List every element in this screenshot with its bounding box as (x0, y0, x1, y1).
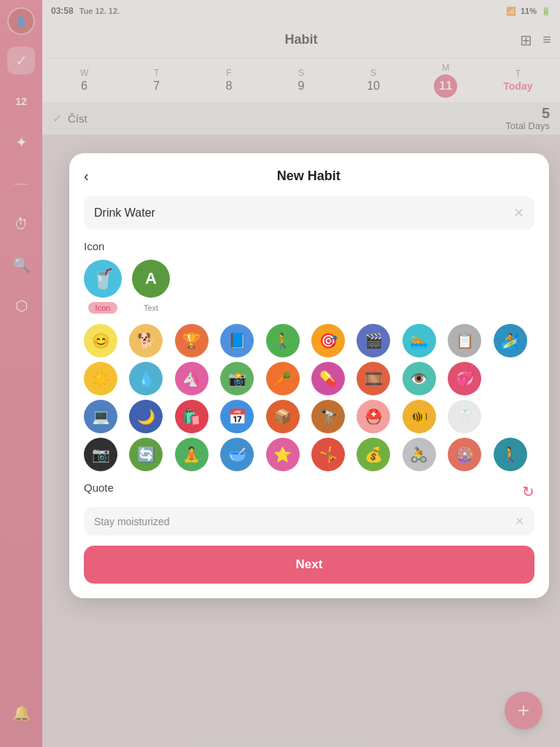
icon-item[interactable]: 🥣 (220, 438, 254, 471)
icon-type-icon[interactable]: 🥤 Icon (84, 260, 122, 314)
icon-item[interactable]: 🦄 (175, 362, 209, 395)
icon-item[interactable]: 🐕 (129, 324, 163, 357)
clear-quote-icon[interactable]: ✕ (515, 514, 524, 528)
icon-item[interactable]: 🎯 (311, 324, 345, 357)
back-button[interactable]: ‹ (84, 168, 89, 185)
icon-item[interactable]: 🥕 (266, 362, 300, 395)
water-icon-preview: 🥤 (84, 260, 122, 298)
icon-item[interactable]: 🧘 (175, 438, 209, 471)
icon-item[interactable]: 🔄 (129, 438, 163, 471)
icon-type-row: 🥤 Icon A Text (84, 260, 534, 314)
icon-item[interactable]: 🐠 (402, 400, 436, 433)
icon-type-text[interactable]: A Text (132, 260, 170, 314)
next-button[interactable]: Next (84, 546, 534, 584)
icon-item[interactable]: 📅 (220, 400, 254, 433)
icon-item[interactable]: 💻 (84, 400, 117, 433)
icon-item[interactable]: 🚶 (266, 324, 300, 357)
icon-item[interactable]: 💧 (129, 362, 163, 395)
icon-item[interactable]: 🎞️ (357, 362, 390, 395)
icon-grid: 😊 🐕 🏆 📘 🚶 🎯 🎬 🏊 📋 🏄 ☀️ 💧 🦄 📸 🥕 💊 🎞️ 👁️ 💞… (84, 324, 534, 471)
modal-title: New Habit (98, 169, 534, 184)
icon-item[interactable]: 🛍️ (175, 400, 209, 433)
quote-input-wrapper: ✕ (84, 507, 534, 535)
text-icon-preview: A (132, 260, 170, 298)
refresh-quote-icon[interactable]: ↻ (522, 483, 534, 500)
icon-item[interactable]: 🏊 (402, 324, 436, 357)
habit-name-input-wrapper: ✕ (84, 196, 534, 230)
habit-name-input[interactable] (94, 206, 513, 220)
icon-item[interactable]: 😊 (84, 324, 117, 357)
icon-item[interactable]: 💊 (311, 362, 345, 395)
icon-item[interactable]: 📦 (266, 400, 300, 433)
icon-item[interactable]: 🤸 (311, 438, 345, 471)
quote-header: Quote ↻ (84, 481, 534, 501)
icon-item[interactable]: 🎡 (448, 438, 481, 471)
icon-item[interactable]: ⭐ (266, 438, 300, 471)
icon-item[interactable]: 🏆 (175, 324, 209, 357)
icon-section-label: Icon (84, 240, 534, 252)
icon-item[interactable]: 📋 (448, 324, 481, 357)
new-habit-modal: ‹ New Habit ✕ Icon 🥤 Icon A Text 😊 🐕 🏆 📘… (69, 153, 549, 598)
icon-item[interactable]: 🦷 (448, 400, 481, 433)
icon-item[interactable]: 🚴 (402, 438, 436, 471)
icon-item[interactable]: 📘 (220, 324, 254, 357)
text-badge: Text (136, 302, 166, 314)
clear-input-icon[interactable]: ✕ (513, 205, 524, 221)
icon-item[interactable]: 💞 (448, 362, 481, 395)
icon-item[interactable]: 🌙 (129, 400, 163, 433)
quote-section: Quote ↻ ✕ (84, 481, 534, 535)
icon-item[interactable]: 👁️ (402, 362, 436, 395)
icon-item[interactable]: 📷 (84, 438, 117, 471)
icon-badge: Icon (88, 302, 118, 314)
icon-item[interactable]: 🔭 (311, 400, 345, 433)
quote-input[interactable] (94, 516, 515, 527)
icon-item[interactable]: 🎬 (357, 324, 390, 357)
icon-item[interactable] (494, 362, 527, 395)
quote-label: Quote (84, 481, 114, 494)
icon-item[interactable]: 🏄 (494, 324, 527, 357)
icon-item[interactable]: ⛑️ (357, 400, 390, 433)
icon-item[interactable]: 📸 (220, 362, 254, 395)
icon-item[interactable]: 💰 (357, 438, 390, 471)
icon-item[interactable] (494, 400, 527, 433)
modal-header: ‹ New Habit (84, 168, 534, 185)
icon-item[interactable]: 🚶 (494, 438, 527, 471)
icon-item[interactable]: ☀️ (84, 362, 117, 395)
